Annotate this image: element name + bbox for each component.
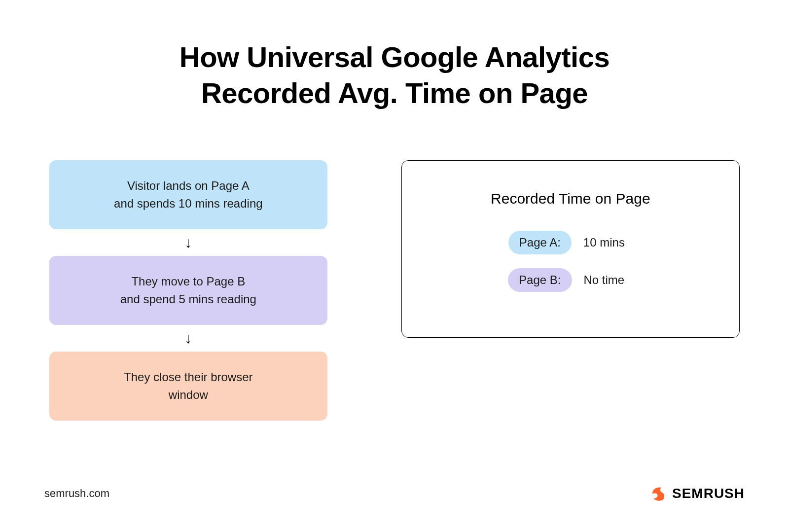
semrush-logo: SEMRUSH	[649, 485, 745, 502]
result-row-page-a: Page A: 10 mins	[508, 231, 633, 254]
footer: semrush.com SEMRUSH	[44, 485, 745, 502]
result-pill-page-b: Page B:	[508, 268, 572, 292]
result-row-page-b: Page B: No time	[508, 268, 633, 292]
result-value-page-a: 10 mins	[583, 236, 633, 249]
result-heading: Recorded Time on Page	[491, 190, 650, 207]
flow-step-2-line1: They move to Page B	[131, 275, 245, 288]
flow-step-3-line2: window	[169, 388, 208, 401]
flow-step-2: They move to Page B and spend 5 mins rea…	[49, 256, 327, 325]
result-panel: Recorded Time on Page Page A: 10 mins Pa…	[401, 160, 740, 338]
result-value-page-b: No time	[584, 273, 633, 287]
content-area: Visitor lands on Page A and spends 10 mi…	[44, 160, 745, 421]
flow-step-3: They close their browser window	[49, 352, 327, 421]
arrow-down-icon: ↓	[184, 325, 192, 352]
flow-step-1-line1: Visitor lands on Page A	[127, 179, 250, 192]
semrush-flame-icon	[649, 485, 667, 502]
footer-url: semrush.com	[44, 487, 109, 500]
diagram-title: How Universal Google Analytics Recorded …	[44, 39, 745, 111]
arrow-down-icon: ↓	[184, 229, 192, 256]
flow-step-2-line2: and spend 5 mins reading	[120, 292, 256, 306]
flow-column: Visitor lands on Page A and spends 10 mi…	[49, 160, 327, 421]
semrush-logo-text: SEMRUSH	[672, 486, 745, 501]
flow-step-3-line1: They close their browser	[124, 370, 252, 384]
flow-step-1-line2: and spends 10 mins reading	[114, 197, 263, 210]
title-line-1: How Universal Google Analytics	[179, 41, 610, 73]
flow-step-1: Visitor lands on Page A and spends 10 mi…	[49, 160, 327, 229]
title-line-2: Recorded Avg. Time on Page	[201, 77, 588, 109]
result-pill-page-a: Page A:	[508, 231, 572, 254]
